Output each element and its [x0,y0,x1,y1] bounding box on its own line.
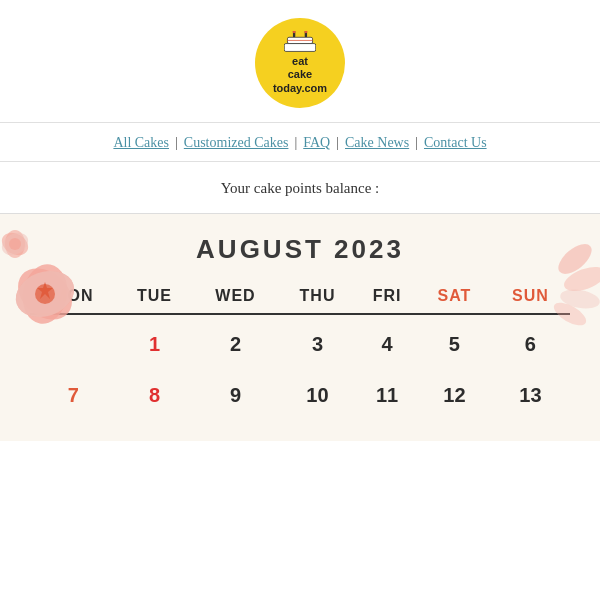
header-wed: WED [192,279,279,313]
balance-text: Your cake points balance : [221,180,379,197]
day-13: 13 [491,370,570,421]
nav-customized-cakes[interactable]: Customized Cakes [184,135,289,151]
calendar-container: AUGUST 2023 MON TUE WED THU FRI SAT SUN … [0,214,600,441]
nav-sep-4: | [415,135,418,151]
calendar-title: AUGUST 2023 [30,234,570,265]
header-sat: SAT [418,279,491,313]
flower-left-decoration [0,224,110,354]
day-11: 11 [356,370,418,421]
logo[interactable]: eat cake today.com [255,18,345,108]
day-5: 5 [418,319,491,370]
day-3: 3 [279,319,356,370]
nav-sep-2: | [294,135,297,151]
svg-rect-5 [284,44,315,52]
nav-faq[interactable]: FAQ [303,135,330,151]
header-fri: FRI [356,279,418,313]
balance-section: Your cake points balance : [0,162,600,214]
day-9: 9 [192,370,279,421]
nav-cake-news[interactable]: Cake News [345,135,409,151]
header-tue: TUE [117,279,192,313]
day-4: 4 [356,319,418,370]
day-10: 10 [279,370,356,421]
svg-point-16 [9,238,21,250]
day-2: 2 [192,319,279,370]
header-section: eat cake today.com [0,0,600,122]
header-thu: THU [279,279,356,313]
calendar-week-2: 7 8 9 10 11 12 13 [30,370,570,421]
nav-contact-us[interactable]: Contact Us [424,135,487,151]
navigation: All Cakes | Customized Cakes | FAQ | Cak… [0,122,600,162]
nav-sep-1: | [175,135,178,151]
nav-all-cakes[interactable]: All Cakes [113,135,169,151]
calendar-header-row: MON TUE WED THU FRI SAT SUN [30,279,570,313]
day-12: 12 [418,370,491,421]
logo-text: eat cake today.com [273,55,327,95]
calendar-table: MON TUE WED THU FRI SAT SUN 1 2 3 4 5 6 [30,279,570,421]
day-1: 1 [117,319,192,370]
day-8: 8 [117,370,192,421]
calendar-week-1: 1 2 3 4 5 6 [30,319,570,370]
flower-right-decoration [490,219,600,339]
nav-sep-3: | [336,135,339,151]
day-7: 7 [30,370,117,421]
cake-icon [284,31,316,53]
